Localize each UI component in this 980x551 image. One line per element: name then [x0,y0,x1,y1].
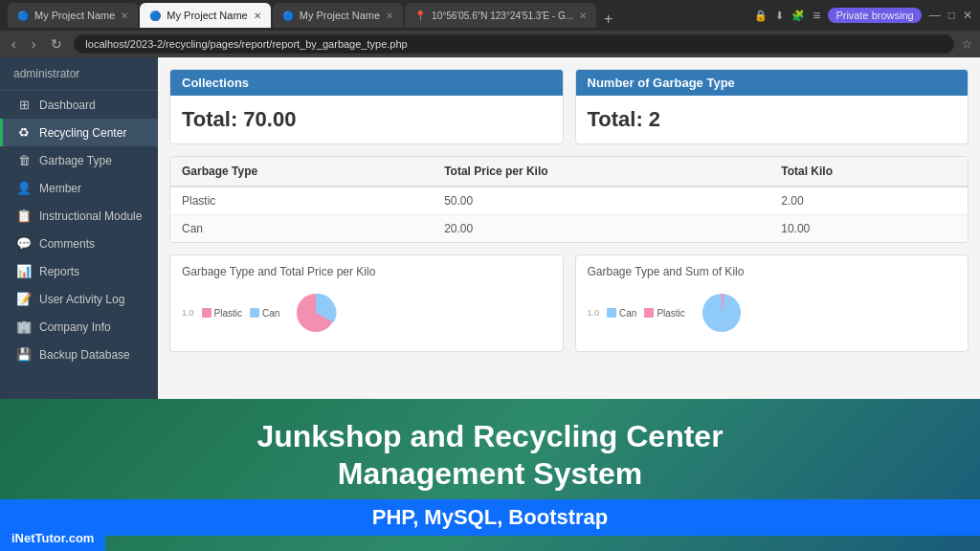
address-bar: ‹ › ↻ ☆ [0,31,980,57]
kilo-pie-chart [693,284,750,342]
company-icon: 🏢 [16,320,32,334]
browser-tab-1[interactable]: 🔵 My Project Name ✕ [8,3,138,28]
tab-close-1[interactable]: ✕ [121,11,128,21]
tab-label-2: My Project Name [167,10,247,21]
sidebar-item-company-info[interactable]: 🏢 Company Info [0,313,158,341]
new-tab-button[interactable]: + [598,11,618,28]
overlay-title-line1: Junkshop and Recycling Center [0,418,980,454]
address-input[interactable] [74,34,954,54]
dashboard-icon: ⊞ [16,98,32,112]
inettutor-badge: iNetTutor.com [0,525,105,551]
plastic-legend-label: Plastic [214,308,242,319]
sidebar-item-reports[interactable]: 📊 Reports [0,257,158,285]
table-row: Plastic 50.00 2.00 [170,187,968,215]
browser-tab-2[interactable]: 🔵 My Project Name ✕ [140,3,270,28]
tab-icon-2: 🔵 [149,11,161,21]
overlay-bottom-text: PHP, MySQL, Bootstrap [0,505,980,530]
overlay-banner: Junkshop and Recycling Center Management… [0,399,980,551]
kilo-can-label: Can [619,308,636,319]
reload-button[interactable]: ↻ [47,36,66,52]
recycling-icon: ♻ [16,125,32,140]
backup-icon: 💾 [16,347,32,362]
overlay-title-line2: Management System [0,455,980,492]
price-chart-card: Garbage Type and Total Price per Kilo 1.… [169,254,564,352]
bookmark-icon[interactable]: ☆ [962,37,972,51]
can-color-dot [250,308,259,318]
cell-type: Plastic [170,187,433,215]
browser-tab-4[interactable]: 📍 10°56'05.6"N 123°24'51.3'E - G... ✕ [405,3,596,28]
plastic-color-dot [202,308,212,318]
private-badge: Private browsing [828,8,921,23]
collections-header: Collections [170,70,563,96]
tab-icon-1: 🔵 [17,11,29,21]
kilo-plastic-dot [644,308,654,318]
sidebar-item-label-backup: Backup Database [39,348,130,362]
tab-label-1: My Project Name [34,10,115,21]
tab-close-2[interactable]: ✕ [254,11,261,21]
col-kilo: Total Kilo [769,157,968,187]
sidebar-item-recycling-center[interactable]: ♻ Recycling Center [0,119,158,146]
download-icon[interactable]: ⬇ [775,10,784,22]
kilo-can-dot [607,308,616,318]
browser-tab-3[interactable]: 🔵 My Project Name ✕ [273,3,403,28]
minimize-button[interactable]: 🔒 [754,10,768,22]
sidebar-item-garbage-type[interactable]: 🗑 Garbage Type [0,146,158,174]
sidebar-item-label-reports: Reports [39,265,79,278]
sidebar-item-instructional-module[interactable]: 📋 Instructional Module [0,202,158,230]
table-row: Can 20.00 10.00 [170,215,968,243]
sidebar-nav: ⊞ Dashboard ♻ Recycling Center 🗑 Garbage… [0,91,158,368]
sidebar-item-backup[interactable]: 💾 Backup Database [0,341,158,368]
garbage-icon: 🗑 [16,153,32,167]
garbage-table: Garbage Type Total Price per Kilo Total … [170,157,968,242]
can-legend-label: Can [262,308,279,319]
collections-value: Total: 70.00 [170,96,563,143]
price-chart-title: Garbage Type and Total Price per Kilo [182,265,551,278]
sidebar-item-dashboard[interactable]: ⊞ Dashboard [0,91,158,119]
kilo-plastic-label: Plastic [657,308,684,319]
price-legend-plastic: Plastic [202,308,242,319]
sidebar-item-comments[interactable]: 💬 Comments [0,230,158,257]
garbage-types-card: Number of Garbage Type Total: 2 [575,69,969,144]
cell-price: 20.00 [433,215,769,243]
extensions-icon[interactable]: 🧩 [791,10,805,22]
tab-close-3[interactable]: ✕ [386,11,393,21]
price-chart-y-label: 1.0 [182,308,194,318]
forward-button[interactable]: › [28,36,40,52]
price-pie-chart [287,284,345,342]
browser-chrome: 🔵 My Project Name ✕ 🔵 My Project Name ✕ … [0,0,980,31]
window-minimize[interactable]: — [929,9,941,22]
sidebar-item-label-module: Instructional Module [39,209,142,223]
garbage-types-header: Number of Garbage Type [576,70,969,96]
col-price: Total Price per Kilo [433,157,769,187]
col-garbage-type: Garbage Type [170,157,433,187]
kilo-chart-y-label: 1.0 [588,308,600,318]
charts-row: Garbage Type and Total Price per Kilo 1.… [169,254,969,352]
sidebar-item-label-activity: User Activity Log [39,293,124,306]
collections-card: Collections Total: 70.00 [169,69,564,144]
tab-close-4[interactable]: ✕ [579,11,587,21]
sidebar-item-label-company: Company Info [39,320,111,334]
kilo-chart-title: Garbage Type and Sum of Kilo [588,265,957,278]
member-icon: 👤 [16,181,32,195]
window-maximize[interactable]: □ [948,9,955,22]
sidebar-item-label-member: Member [39,182,81,195]
cell-type: Can [170,215,433,243]
kilo-legend-plastic: Plastic [644,308,684,319]
sidebar-item-label-dashboard: Dashboard [39,99,96,112]
kilo-legend-can: Can [607,308,636,319]
sidebar-item-member[interactable]: 👤 Member [0,174,158,202]
sidebar-user: administrator [0,57,158,91]
back-button[interactable]: ‹ [8,36,20,52]
comments-icon: 💬 [16,236,32,251]
tab-label-3: My Project Name [300,10,380,21]
sidebar-item-label-recycling: Recycling Center [39,126,126,140]
sidebar-item-label-garbage: Garbage Type [39,154,112,167]
cell-kilo: 10.00 [769,215,968,243]
stats-row: Collections Total: 70.00 Number of Garba… [169,69,969,144]
menu-button[interactable]: ≡ [813,8,820,23]
window-close[interactable]: ✕ [963,9,972,22]
sidebar-item-user-activity[interactable]: 📝 User Activity Log [0,285,158,313]
price-legend-can: Can [250,308,279,319]
module-icon: 📋 [16,209,32,223]
price-chart-legend: Plastic Can [202,308,280,319]
